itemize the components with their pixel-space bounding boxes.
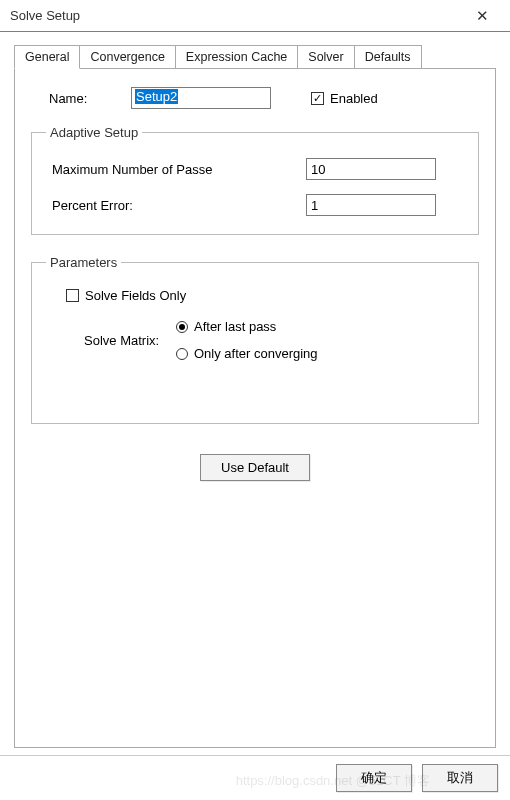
max-passes-label: Maximum Number of Passe bbox=[46, 162, 306, 177]
ok-button[interactable]: 确定 bbox=[336, 764, 412, 792]
dialog-content: General Convergence Expression Cache Sol… bbox=[0, 32, 510, 748]
name-value: Setup2 bbox=[135, 89, 178, 104]
name-label: Name: bbox=[31, 91, 131, 106]
solve-matrix-options: After last pass Only after converging bbox=[176, 319, 318, 361]
solve-matrix-label: Solve Matrix: bbox=[84, 333, 176, 348]
radio-icon bbox=[176, 348, 188, 360]
percent-error-row: Percent Error: bbox=[46, 194, 464, 216]
tab-defaults[interactable]: Defaults bbox=[354, 45, 422, 69]
radio-label: Only after converging bbox=[194, 346, 318, 361]
radio-only-after-converging[interactable]: Only after converging bbox=[176, 346, 318, 361]
use-default-wrap: Use Default bbox=[31, 454, 479, 481]
parameters-group: Parameters Solve Fields Only Solve Matri… bbox=[31, 255, 479, 424]
checkbox-icon bbox=[66, 289, 79, 302]
radio-label: After last pass bbox=[194, 319, 276, 334]
tab-convergence[interactable]: Convergence bbox=[79, 45, 175, 69]
solve-matrix-row: Solve Matrix: After last pass Only after… bbox=[84, 319, 464, 361]
adaptive-legend: Adaptive Setup bbox=[46, 125, 142, 140]
tab-general[interactable]: General bbox=[14, 45, 80, 69]
percent-error-label: Percent Error: bbox=[46, 198, 306, 213]
percent-error-input[interactable] bbox=[306, 194, 436, 216]
cancel-button[interactable]: 取消 bbox=[422, 764, 498, 792]
window-title: Solve Setup bbox=[10, 8, 462, 23]
tab-panel-general: Name: Setup2 ✓ Enabled Adaptive Setup Ma… bbox=[14, 68, 496, 748]
tab-solver[interactable]: Solver bbox=[297, 45, 354, 69]
solve-fields-only-label: Solve Fields Only bbox=[85, 288, 186, 303]
tab-expression-cache[interactable]: Expression Cache bbox=[175, 45, 298, 69]
adaptive-setup-group: Adaptive Setup Maximum Number of Passe P… bbox=[31, 125, 479, 235]
enabled-checkbox[interactable]: ✓ Enabled bbox=[311, 91, 378, 106]
tab-strip: General Convergence Expression Cache Sol… bbox=[14, 44, 496, 68]
solve-fields-only-checkbox[interactable]: Solve Fields Only bbox=[66, 288, 464, 303]
enabled-label: Enabled bbox=[330, 91, 378, 106]
checkbox-icon: ✓ bbox=[311, 92, 324, 105]
dialog-footer: 确定 取消 bbox=[0, 755, 510, 800]
name-input[interactable]: Setup2 bbox=[131, 87, 271, 109]
max-passes-row: Maximum Number of Passe bbox=[46, 158, 464, 180]
radio-icon bbox=[176, 321, 188, 333]
parameters-legend: Parameters bbox=[46, 255, 121, 270]
titlebar: Solve Setup ✕ bbox=[0, 0, 510, 32]
name-row: Name: Setup2 ✓ Enabled bbox=[31, 87, 479, 109]
use-default-button[interactable]: Use Default bbox=[200, 454, 310, 481]
radio-after-last-pass[interactable]: After last pass bbox=[176, 319, 318, 334]
max-passes-input[interactable] bbox=[306, 158, 436, 180]
close-icon[interactable]: ✕ bbox=[462, 2, 502, 30]
